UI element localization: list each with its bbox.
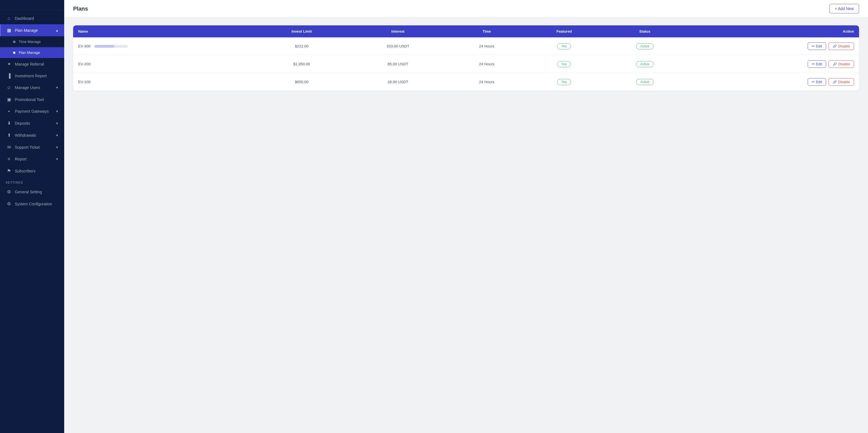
- sub-dot-active-icon: [13, 52, 16, 54]
- table-row: EV-100$650.0028.00 USDT24 HoursYesActive…: [73, 73, 859, 91]
- sidebar-item-label: Time Manage: [19, 40, 41, 44]
- cell-name: EV-100: [73, 73, 256, 91]
- plans-table: Name Invest Limit Interest Time Featured…: [73, 25, 859, 91]
- sidebar-item-general-setting[interactable]: ⚙ General Setting: [0, 186, 64, 198]
- plans-table-container: Name Invest Limit Interest Time Featured…: [73, 25, 859, 91]
- cell-interest: 28.00 USDT: [348, 73, 448, 91]
- sidebar-item-label: Report: [15, 157, 27, 161]
- col-status: Status: [603, 25, 687, 37]
- status-badge: Active: [636, 79, 654, 85]
- sidebar-item-manage-referral[interactable]: ✦ Manage Referral: [0, 58, 64, 70]
- chevron-down-icon: ▼: [56, 146, 59, 149]
- investment-report-icon: ▐: [6, 73, 11, 78]
- settings-section-label: SETTINGS: [0, 177, 64, 186]
- top-bar: Plans + Add New: [64, 0, 868, 18]
- disable-button[interactable]: 🔗 Disable: [828, 78, 854, 86]
- sidebar-item-label: Manage Referral: [15, 62, 44, 66]
- table-row: EV-200$1,950.0085.00 USDT24 HoursYesActi…: [73, 55, 859, 73]
- col-featured: Featured: [525, 25, 602, 37]
- sidebar-item-label: Manage Users: [15, 86, 40, 90]
- disable-button[interactable]: 🔗 Disable: [828, 60, 854, 68]
- edit-button[interactable]: ✏ Edit: [808, 78, 827, 86]
- col-invest-limit: Invest Limit: [256, 25, 348, 37]
- sidebar-item-label: Promotional Tool: [15, 97, 44, 102]
- promotional-tool-icon: ▣: [6, 97, 11, 102]
- cell-interest: 85.00 USDT: [348, 55, 448, 73]
- sidebar-item-report[interactable]: ≡ Report ▼: [0, 153, 64, 165]
- cell-invest-limit: $1,950.00: [256, 55, 348, 73]
- col-action: Action: [687, 25, 859, 37]
- plan-name-text: EV-200: [78, 62, 90, 66]
- col-interest: Interest: [348, 25, 448, 37]
- table-row: EV-300$222.00333.00 USDT24 HoursYesActiv…: [73, 37, 859, 55]
- cell-time: 24 Hours: [448, 73, 526, 91]
- sidebar-item-label: Deposits: [15, 121, 30, 126]
- status-badge: Active: [636, 61, 654, 67]
- sidebar-item-payment-gateways[interactable]: ▪ Payment Gateways ▼: [0, 105, 64, 117]
- sidebar-item-subscribers[interactable]: ⚑ Subscribers: [0, 165, 64, 177]
- chevron-down-icon: ▼: [56, 134, 59, 137]
- main-content: Plans + Add New Name Invest Limit Intere…: [64, 0, 868, 433]
- sidebar-item-system-configuration[interactable]: ⚙ System Configuration: [0, 198, 64, 210]
- manage-users-icon: ☺: [6, 85, 11, 90]
- table-body: EV-300$222.00333.00 USDT24 HoursYesActiv…: [73, 37, 859, 91]
- sidebar-item-withdrawals[interactable]: ⬆ Withdrawals ▼: [0, 129, 64, 141]
- sidebar-item-label: Plan Manage: [15, 28, 38, 33]
- page-title: Plans: [73, 6, 88, 12]
- cell-featured: Yes: [525, 37, 602, 55]
- sidebar-item-plan-manage-sub[interactable]: Plan Manage: [0, 47, 64, 58]
- sidebar-item-plan-manage[interactable]: ▦ Plan Manage ▲: [0, 24, 64, 36]
- cell-status: Active: [603, 55, 687, 73]
- withdrawals-icon: ⬆: [6, 133, 11, 138]
- sidebar-item-promotional-tool[interactable]: ▣ Promotional Tool: [0, 94, 64, 105]
- chevron-down-icon: ▼: [56, 110, 59, 113]
- system-configuration-icon: ⚙: [6, 201, 11, 206]
- disable-icon: 🔗: [833, 44, 837, 48]
- cell-action: ✏ Edit🔗 Disable: [687, 55, 859, 73]
- chevron-down-icon: ▼: [56, 157, 59, 161]
- cell-invest-limit: $222.00: [256, 37, 348, 55]
- sidebar-item-support-ticket[interactable]: ✉ Support Ticket ▼: [0, 141, 64, 153]
- cell-featured: Yes: [525, 73, 602, 91]
- cell-featured: Yes: [525, 55, 602, 73]
- disable-button[interactable]: 🔗 Disable: [828, 42, 854, 50]
- sidebar-item-label: Dashboard: [15, 16, 34, 21]
- general-setting-icon: ⚙: [6, 189, 11, 195]
- sub-dot-icon: [13, 41, 16, 43]
- chevron-up-icon: ▲: [56, 29, 59, 32]
- sidebar-item-manage-users[interactable]: ☺ Manage Users ▼: [0, 82, 64, 94]
- status-badge: Active: [636, 43, 654, 49]
- sidebar-item-label: System Configuration: [15, 202, 52, 206]
- cell-action: ✏ Edit🔗 Disable: [687, 73, 859, 91]
- featured-badge: Yes: [557, 43, 571, 49]
- subscribers-icon: ⚑: [6, 168, 11, 173]
- content-area: Name Invest Limit Interest Time Featured…: [64, 18, 868, 433]
- cell-status: Active: [603, 37, 687, 55]
- logo: [0, 0, 64, 10]
- sidebar-item-dashboard[interactable]: ⌂ Dashboard: [0, 12, 64, 24]
- sidebar-nav: ⌂ Dashboard ▦ Plan Manage ▲ Time Manage …: [0, 10, 64, 433]
- edit-button[interactable]: ✏ Edit: [808, 60, 827, 68]
- support-ticket-icon: ✉: [6, 144, 11, 150]
- plan-name-text: EV-300: [78, 44, 90, 48]
- sidebar-item-label: Payment Gateways: [15, 109, 49, 113]
- sidebar-item-label: Withdrawals: [15, 133, 36, 138]
- edit-button[interactable]: ✏ Edit: [808, 42, 827, 50]
- sidebar-item-label: General Setting: [15, 190, 42, 194]
- edit-icon: ✏: [812, 80, 815, 84]
- sidebar-item-time-manage[interactable]: Time Manage: [0, 36, 64, 47]
- dashboard-icon: ⌂: [6, 16, 11, 21]
- sidebar: ⌂ Dashboard ▦ Plan Manage ▲ Time Manage …: [0, 0, 64, 433]
- cell-time: 24 Hours: [448, 55, 526, 73]
- plan-name-text: EV-100: [78, 80, 90, 84]
- sidebar-item-investment-report[interactable]: ▐ Investment Report: [0, 70, 64, 82]
- disable-icon: 🔗: [833, 80, 837, 84]
- deposits-icon: ⬇: [6, 121, 11, 126]
- add-new-button[interactable]: + Add New: [830, 4, 859, 13]
- sidebar-item-deposits[interactable]: ⬇ Deposits ▼: [0, 117, 64, 129]
- disable-icon: 🔗: [833, 62, 837, 66]
- cell-time: 24 Hours: [448, 37, 526, 55]
- plan-manage-icon: ▦: [6, 28, 11, 33]
- manage-referral-icon: ✦: [6, 61, 11, 67]
- col-time: Time: [448, 25, 526, 37]
